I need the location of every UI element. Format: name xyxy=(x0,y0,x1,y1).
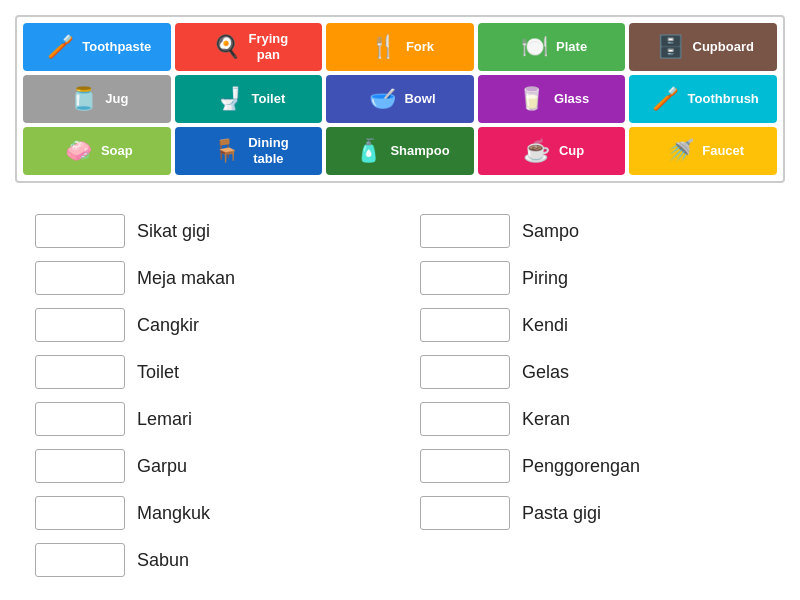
match-box-sampo[interactable] xyxy=(420,214,510,248)
tile-soap[interactable]: 🧼Soap xyxy=(23,127,171,175)
tile-cupboard[interactable]: 🗄️Cupboard xyxy=(629,23,777,71)
tile-toothbrush[interactable]: 🪥Toothbrush xyxy=(629,75,777,123)
tile-toothpaste[interactable]: 🪥Toothpaste xyxy=(23,23,171,71)
match-box-sabun[interactable] xyxy=(35,543,125,577)
tile-diningtable[interactable]: 🪑Dining table xyxy=(175,127,323,175)
tile-icon-faucet: 🚿 xyxy=(662,133,698,169)
tile-label-toilet: Toilet xyxy=(252,91,286,107)
match-row-mangkuk: Mangkuk xyxy=(35,490,380,537)
match-column-right: SampoPiringKendiGelasKeranPenggorenganPa… xyxy=(420,208,765,584)
match-box-lemari[interactable] xyxy=(35,402,125,436)
tile-label-faucet: Faucet xyxy=(702,143,744,159)
tile-icon-diningtable: 🪑 xyxy=(208,133,244,169)
match-label-kendi: Kendi xyxy=(522,315,568,336)
tile-icon-plate: 🍽️ xyxy=(516,29,552,65)
tile-label-plate: Plate xyxy=(556,39,587,55)
tile-icon-fryingpan: 🍳 xyxy=(209,29,245,65)
match-box-pasta-gigi[interactable] xyxy=(420,496,510,530)
match-label-garpu: Garpu xyxy=(137,456,187,477)
tile-label-fryingpan: Frying pan xyxy=(249,31,289,62)
word-bank: 🪥Toothpaste🍳Frying pan🍴Fork🍽️Plate🗄️Cupb… xyxy=(15,15,785,183)
match-label-mangkuk: Mangkuk xyxy=(137,503,210,524)
tile-shampoo[interactable]: 🧴Shampoo xyxy=(326,127,474,175)
match-label-toilet-id: Toilet xyxy=(137,362,179,383)
tile-label-toothpaste: Toothpaste xyxy=(82,39,151,55)
tile-label-diningtable: Dining table xyxy=(248,135,288,166)
match-row-kendi: Kendi xyxy=(420,302,765,349)
tile-jug[interactable]: 🫙Jug xyxy=(23,75,171,123)
match-row-sampo: Sampo xyxy=(420,208,765,255)
match-box-sikat-gigi[interactable] xyxy=(35,214,125,248)
match-row-lemari: Lemari xyxy=(35,396,380,443)
tile-icon-jug: 🫙 xyxy=(65,81,101,117)
match-box-penggorengan[interactable] xyxy=(420,449,510,483)
tile-label-shampoo: Shampoo xyxy=(390,143,449,159)
match-box-meja-makan[interactable] xyxy=(35,261,125,295)
match-row-meja-makan: Meja makan xyxy=(35,255,380,302)
match-box-kendi[interactable] xyxy=(420,308,510,342)
tile-label-toothbrush: Toothbrush xyxy=(688,91,759,107)
tile-glass[interactable]: 🥛Glass xyxy=(478,75,626,123)
match-label-sikat-gigi: Sikat gigi xyxy=(137,221,210,242)
match-box-piring[interactable] xyxy=(420,261,510,295)
match-label-keran: Keran xyxy=(522,409,570,430)
match-row-garpu: Garpu xyxy=(35,443,380,490)
tile-icon-bowl: 🥣 xyxy=(364,81,400,117)
tile-label-cup: Cup xyxy=(559,143,584,159)
tile-fryingpan[interactable]: 🍳Frying pan xyxy=(175,23,323,71)
match-row-gelas: Gelas xyxy=(420,349,765,396)
match-row-keran: Keran xyxy=(420,396,765,443)
tile-bowl[interactable]: 🥣Bowl xyxy=(326,75,474,123)
match-label-lemari: Lemari xyxy=(137,409,192,430)
tile-fork[interactable]: 🍴Fork xyxy=(326,23,474,71)
match-column-left: Sikat gigiMeja makanCangkirToiletLemariG… xyxy=(35,208,380,584)
match-label-penggorengan: Penggorengan xyxy=(522,456,640,477)
tile-icon-cup: ☕ xyxy=(519,133,555,169)
match-label-meja-makan: Meja makan xyxy=(137,268,235,289)
tile-icon-cupboard: 🗄️ xyxy=(653,29,689,65)
tile-icon-fork: 🍴 xyxy=(366,29,402,65)
match-label-sabun: Sabun xyxy=(137,550,189,571)
tile-label-cupboard: Cupboard xyxy=(693,39,754,55)
match-label-gelas: Gelas xyxy=(522,362,569,383)
match-row-toilet-id: Toilet xyxy=(35,349,380,396)
match-label-piring: Piring xyxy=(522,268,568,289)
match-row-pasta-gigi: Pasta gigi xyxy=(420,490,765,537)
match-row-piring: Piring xyxy=(420,255,765,302)
tile-label-jug: Jug xyxy=(105,91,128,107)
tile-label-bowl: Bowl xyxy=(404,91,435,107)
match-box-keran[interactable] xyxy=(420,402,510,436)
tile-toilet[interactable]: 🚽Toilet xyxy=(175,75,323,123)
tile-icon-glass: 🥛 xyxy=(514,81,550,117)
tile-plate[interactable]: 🍽️Plate xyxy=(478,23,626,71)
tile-label-glass: Glass xyxy=(554,91,589,107)
match-row-sikat-gigi: Sikat gigi xyxy=(35,208,380,255)
match-box-gelas[interactable] xyxy=(420,355,510,389)
tile-label-soap: Soap xyxy=(101,143,133,159)
match-label-sampo: Sampo xyxy=(522,221,579,242)
match-row-sabun: Sabun xyxy=(35,537,380,584)
match-label-cangkir: Cangkir xyxy=(137,315,199,336)
match-box-cangkir[interactable] xyxy=(35,308,125,342)
tile-label-fork: Fork xyxy=(406,39,434,55)
match-row-penggorengan: Penggorengan xyxy=(420,443,765,490)
tile-icon-toothbrush: 🪥 xyxy=(648,81,684,117)
tile-icon-toothpaste: 🪥 xyxy=(42,29,78,65)
match-box-mangkuk[interactable] xyxy=(35,496,125,530)
match-row-cangkir: Cangkir xyxy=(35,302,380,349)
tile-icon-shampoo: 🧴 xyxy=(350,133,386,169)
match-label-pasta-gigi: Pasta gigi xyxy=(522,503,601,524)
tile-faucet[interactable]: 🚿Faucet xyxy=(629,127,777,175)
match-section: Sikat gigiMeja makanCangkirToiletLemariG… xyxy=(15,208,785,584)
tile-icon-soap: 🧼 xyxy=(61,133,97,169)
match-box-toilet-id[interactable] xyxy=(35,355,125,389)
match-box-garpu[interactable] xyxy=(35,449,125,483)
tile-icon-toilet: 🚽 xyxy=(212,81,248,117)
tile-cup[interactable]: ☕Cup xyxy=(478,127,626,175)
